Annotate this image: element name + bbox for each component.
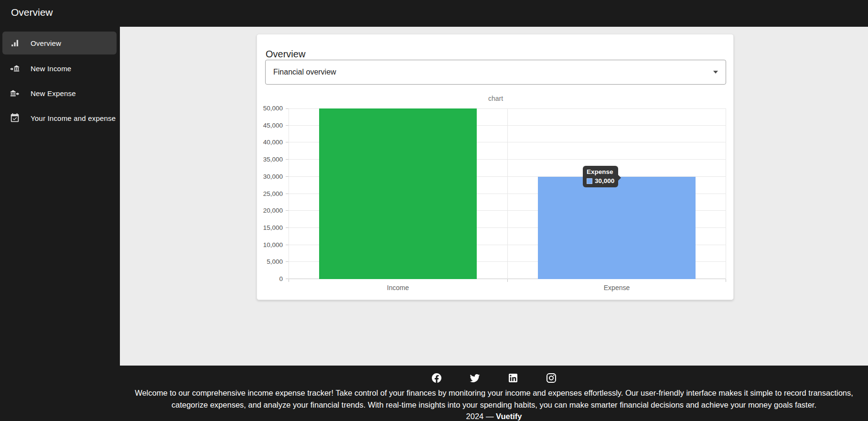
financial-overview-select[interactable]: Financial overview xyxy=(265,60,726,85)
card-title: Overview xyxy=(266,49,305,60)
y-axis-label: 50,000 xyxy=(263,104,283,113)
x-axis-label: Expense xyxy=(604,284,630,291)
series-color-swatch xyxy=(587,178,592,184)
footer-copyright: 2024 — Vuetify xyxy=(120,410,868,421)
footer: Welcome to our comprehensive income expe… xyxy=(0,366,868,421)
instagram-icon[interactable] xyxy=(546,372,557,384)
calendar-check-icon xyxy=(9,112,21,124)
x-axis-label: Income xyxy=(387,284,409,291)
app-window: Overview Overview New Income New Expense xyxy=(0,0,868,421)
sidebar-item-new-expense[interactable]: New Expense xyxy=(2,82,117,105)
gridline-vertical xyxy=(507,108,508,279)
tooltip-caret xyxy=(618,175,621,181)
x-axis-tick xyxy=(289,279,289,282)
y-axis-label: 35,000 xyxy=(263,155,283,164)
linkedin-icon[interactable] xyxy=(507,372,519,384)
chart-title: chart xyxy=(265,95,726,102)
bank-transfer-out-icon xyxy=(9,87,21,99)
brand-name: Vuetify xyxy=(496,412,522,421)
sidebar-item-label: Your Income and expense xyxy=(31,114,116,122)
y-axis-label: 45,000 xyxy=(263,121,283,130)
sidebar-item-label: New Expense xyxy=(31,89,76,97)
y-axis-label: 40,000 xyxy=(263,138,283,147)
bank-transfer-in-icon xyxy=(9,63,21,74)
chart-tooltip: Expense 30,000 xyxy=(583,166,618,187)
footer-description: Welcome to our comprehensive income expe… xyxy=(127,387,861,410)
main-content: Overview Financial overview chart 05,000… xyxy=(120,27,868,366)
app-header: Overview xyxy=(0,0,868,27)
tooltip-value: 30,000 xyxy=(595,177,614,184)
bar-income[interactable] xyxy=(319,108,477,279)
facebook-icon[interactable] xyxy=(431,372,442,384)
y-axis-label: 15,000 xyxy=(263,224,283,232)
twitter-icon[interactable] xyxy=(469,372,481,384)
sidebar-item-new-income[interactable]: New Income xyxy=(2,57,117,80)
sidebar: Overview New Income New Expense Your Inc… xyxy=(0,27,120,366)
y-axis-label: 25,000 xyxy=(263,190,283,198)
y-axis-label: 10,000 xyxy=(263,241,283,249)
y-axis-label: 30,000 xyxy=(263,173,283,181)
gridline-vertical xyxy=(726,108,726,279)
sidebar-item-label: Overview xyxy=(31,39,61,47)
select-value: Financial overview xyxy=(273,68,336,76)
y-axis-label: 5,000 xyxy=(267,258,283,266)
x-axis-tick xyxy=(507,279,508,282)
sidebar-item-label: New Income xyxy=(31,65,71,73)
y-axis-label: 0 xyxy=(279,275,283,283)
x-axis-tick xyxy=(726,279,726,282)
sidebar-item-your-income-and-expense[interactable]: Your Income and expense xyxy=(2,107,117,130)
bar-chart-icon xyxy=(9,37,21,49)
plot-area: 05,00010,00015,00020,00025,00030,00035,0… xyxy=(289,108,726,279)
sidebar-item-overview[interactable]: Overview xyxy=(2,32,117,54)
overview-card: Overview Financial overview chart 05,000… xyxy=(257,34,734,300)
chevron-down-icon xyxy=(713,71,718,74)
gridline-vertical xyxy=(289,108,289,279)
page-title: Overview xyxy=(11,0,53,25)
social-links xyxy=(120,366,868,384)
tooltip-title: Expense xyxy=(587,168,614,175)
bar-expense[interactable] xyxy=(538,177,696,279)
y-axis-label: 20,000 xyxy=(263,206,283,215)
